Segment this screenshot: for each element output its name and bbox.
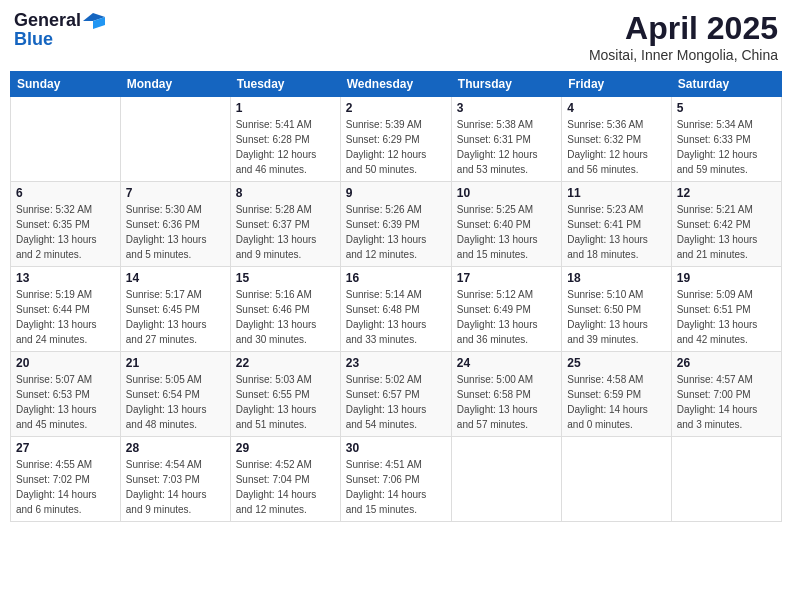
table-row (671, 437, 781, 522)
table-row (562, 437, 671, 522)
day-detail: Sunrise: 5:34 AMSunset: 6:33 PMDaylight:… (677, 119, 758, 175)
logo-blue: Blue (14, 29, 53, 50)
day-detail: Sunrise: 4:58 AMSunset: 6:59 PMDaylight:… (567, 374, 648, 430)
header-sunday: Sunday (11, 72, 121, 97)
table-row: 8Sunrise: 5:28 AMSunset: 6:37 PMDaylight… (230, 182, 340, 267)
table-row (120, 97, 230, 182)
day-number: 26 (677, 356, 776, 370)
table-row: 28Sunrise: 4:54 AMSunset: 7:03 PMDayligh… (120, 437, 230, 522)
day-detail: Sunrise: 5:30 AMSunset: 6:36 PMDaylight:… (126, 204, 207, 260)
day-detail: Sunrise: 5:05 AMSunset: 6:54 PMDaylight:… (126, 374, 207, 430)
calendar-week-row: 27Sunrise: 4:55 AMSunset: 7:02 PMDayligh… (11, 437, 782, 522)
day-detail: Sunrise: 5:02 AMSunset: 6:57 PMDaylight:… (346, 374, 427, 430)
calendar-week-row: 20Sunrise: 5:07 AMSunset: 6:53 PMDayligh… (11, 352, 782, 437)
day-number: 24 (457, 356, 556, 370)
table-row: 14Sunrise: 5:17 AMSunset: 6:45 PMDayligh… (120, 267, 230, 352)
location-title: Mositai, Inner Mongolia, China (589, 47, 778, 63)
day-number: 28 (126, 441, 225, 455)
day-number: 3 (457, 101, 556, 115)
table-row: 23Sunrise: 5:02 AMSunset: 6:57 PMDayligh… (340, 352, 451, 437)
header-friday: Friday (562, 72, 671, 97)
day-number: 21 (126, 356, 225, 370)
header-wednesday: Wednesday (340, 72, 451, 97)
month-title: April 2025 (589, 10, 778, 47)
table-row: 16Sunrise: 5:14 AMSunset: 6:48 PMDayligh… (340, 267, 451, 352)
day-number: 13 (16, 271, 115, 285)
day-number: 10 (457, 186, 556, 200)
logo-general: General (14, 10, 81, 31)
day-detail: Sunrise: 4:57 AMSunset: 7:00 PMDaylight:… (677, 374, 758, 430)
table-row (11, 97, 121, 182)
table-row: 29Sunrise: 4:52 AMSunset: 7:04 PMDayligh… (230, 437, 340, 522)
title-section: April 2025 Mositai, Inner Mongolia, Chin… (589, 10, 778, 63)
day-detail: Sunrise: 4:51 AMSunset: 7:06 PMDaylight:… (346, 459, 427, 515)
table-row: 7Sunrise: 5:30 AMSunset: 6:36 PMDaylight… (120, 182, 230, 267)
day-number: 19 (677, 271, 776, 285)
logo-bird-icon (83, 13, 105, 29)
table-row: 6Sunrise: 5:32 AMSunset: 6:35 PMDaylight… (11, 182, 121, 267)
day-number: 9 (346, 186, 446, 200)
table-row: 26Sunrise: 4:57 AMSunset: 7:00 PMDayligh… (671, 352, 781, 437)
day-detail: Sunrise: 5:17 AMSunset: 6:45 PMDaylight:… (126, 289, 207, 345)
table-row: 25Sunrise: 4:58 AMSunset: 6:59 PMDayligh… (562, 352, 671, 437)
day-number: 27 (16, 441, 115, 455)
day-detail: Sunrise: 5:36 AMSunset: 6:32 PMDaylight:… (567, 119, 648, 175)
header-tuesday: Tuesday (230, 72, 340, 97)
day-number: 23 (346, 356, 446, 370)
day-detail: Sunrise: 5:03 AMSunset: 6:55 PMDaylight:… (236, 374, 317, 430)
day-number: 22 (236, 356, 335, 370)
day-detail: Sunrise: 5:00 AMSunset: 6:58 PMDaylight:… (457, 374, 538, 430)
day-detail: Sunrise: 4:54 AMSunset: 7:03 PMDaylight:… (126, 459, 207, 515)
table-row: 19Sunrise: 5:09 AMSunset: 6:51 PMDayligh… (671, 267, 781, 352)
day-detail: Sunrise: 5:41 AMSunset: 6:28 PMDaylight:… (236, 119, 317, 175)
day-detail: Sunrise: 5:21 AMSunset: 6:42 PMDaylight:… (677, 204, 758, 260)
day-detail: Sunrise: 5:39 AMSunset: 6:29 PMDaylight:… (346, 119, 427, 175)
day-number: 14 (126, 271, 225, 285)
header-thursday: Thursday (451, 72, 561, 97)
day-number: 16 (346, 271, 446, 285)
table-row: 20Sunrise: 5:07 AMSunset: 6:53 PMDayligh… (11, 352, 121, 437)
day-number: 5 (677, 101, 776, 115)
day-detail: Sunrise: 5:32 AMSunset: 6:35 PMDaylight:… (16, 204, 97, 260)
header-saturday: Saturday (671, 72, 781, 97)
calendar-week-row: 13Sunrise: 5:19 AMSunset: 6:44 PMDayligh… (11, 267, 782, 352)
day-number: 1 (236, 101, 335, 115)
table-row: 22Sunrise: 5:03 AMSunset: 6:55 PMDayligh… (230, 352, 340, 437)
day-detail: Sunrise: 5:16 AMSunset: 6:46 PMDaylight:… (236, 289, 317, 345)
day-detail: Sunrise: 4:55 AMSunset: 7:02 PMDaylight:… (16, 459, 97, 515)
table-row: 3Sunrise: 5:38 AMSunset: 6:31 PMDaylight… (451, 97, 561, 182)
table-row: 1Sunrise: 5:41 AMSunset: 6:28 PMDaylight… (230, 97, 340, 182)
table-row (451, 437, 561, 522)
day-number: 4 (567, 101, 665, 115)
page-header: General Blue April 2025 Mositai, Inner M… (10, 10, 782, 63)
table-row: 18Sunrise: 5:10 AMSunset: 6:50 PMDayligh… (562, 267, 671, 352)
day-detail: Sunrise: 5:10 AMSunset: 6:50 PMDaylight:… (567, 289, 648, 345)
day-detail: Sunrise: 5:28 AMSunset: 6:37 PMDaylight:… (236, 204, 317, 260)
day-number: 30 (346, 441, 446, 455)
day-number: 12 (677, 186, 776, 200)
day-detail: Sunrise: 5:07 AMSunset: 6:53 PMDaylight:… (16, 374, 97, 430)
day-number: 11 (567, 186, 665, 200)
day-detail: Sunrise: 5:19 AMSunset: 6:44 PMDaylight:… (16, 289, 97, 345)
table-row: 4Sunrise: 5:36 AMSunset: 6:32 PMDaylight… (562, 97, 671, 182)
calendar-week-row: 1Sunrise: 5:41 AMSunset: 6:28 PMDaylight… (11, 97, 782, 182)
calendar-header-row: Sunday Monday Tuesday Wednesday Thursday… (11, 72, 782, 97)
day-number: 2 (346, 101, 446, 115)
day-detail: Sunrise: 5:14 AMSunset: 6:48 PMDaylight:… (346, 289, 427, 345)
day-number: 17 (457, 271, 556, 285)
day-detail: Sunrise: 5:26 AMSunset: 6:39 PMDaylight:… (346, 204, 427, 260)
table-row: 13Sunrise: 5:19 AMSunset: 6:44 PMDayligh… (11, 267, 121, 352)
table-row: 24Sunrise: 5:00 AMSunset: 6:58 PMDayligh… (451, 352, 561, 437)
table-row: 15Sunrise: 5:16 AMSunset: 6:46 PMDayligh… (230, 267, 340, 352)
day-detail: Sunrise: 5:38 AMSunset: 6:31 PMDaylight:… (457, 119, 538, 175)
day-detail: Sunrise: 4:52 AMSunset: 7:04 PMDaylight:… (236, 459, 317, 515)
calendar-table: Sunday Monday Tuesday Wednesday Thursday… (10, 71, 782, 522)
table-row: 21Sunrise: 5:05 AMSunset: 6:54 PMDayligh… (120, 352, 230, 437)
day-number: 15 (236, 271, 335, 285)
day-detail: Sunrise: 5:12 AMSunset: 6:49 PMDaylight:… (457, 289, 538, 345)
logo: General Blue (14, 10, 105, 50)
table-row: 9Sunrise: 5:26 AMSunset: 6:39 PMDaylight… (340, 182, 451, 267)
table-row: 17Sunrise: 5:12 AMSunset: 6:49 PMDayligh… (451, 267, 561, 352)
day-detail: Sunrise: 5:23 AMSunset: 6:41 PMDaylight:… (567, 204, 648, 260)
day-number: 18 (567, 271, 665, 285)
